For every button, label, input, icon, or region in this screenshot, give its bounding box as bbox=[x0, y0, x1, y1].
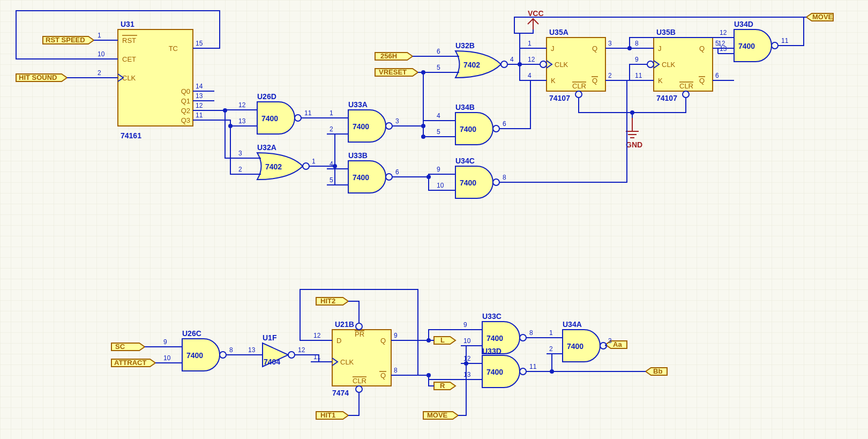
svg-text:Q0: Q0 bbox=[181, 87, 190, 95]
svg-text:74107: 74107 bbox=[656, 94, 677, 102]
svg-text:U1F: U1F bbox=[263, 333, 277, 342]
svg-text:9: 9 bbox=[437, 166, 440, 173]
port-sc: SC bbox=[111, 343, 145, 351]
svg-text:5: 5 bbox=[437, 128, 440, 136]
svg-text:HIT SOUND: HIT SOUND bbox=[19, 73, 57, 81]
svg-text:11: 11 bbox=[781, 37, 789, 44]
svg-text:1: 1 bbox=[549, 329, 553, 337]
port-rst-speed: RST SPEED bbox=[43, 36, 94, 44]
svg-text:CLR: CLR bbox=[572, 82, 586, 90]
svg-text:MOVE: MOVE bbox=[812, 13, 833, 21]
svg-text:CLK: CLK bbox=[555, 61, 568, 69]
svg-point-184 bbox=[220, 352, 226, 358]
svg-text:10: 10 bbox=[437, 182, 444, 189]
svg-text:CLR: CLR bbox=[679, 82, 693, 90]
port-hit-sound: HIT SOUND bbox=[16, 73, 67, 81]
svg-text:Q: Q bbox=[592, 77, 597, 85]
svg-text:CLK: CLK bbox=[122, 74, 136, 82]
svg-point-253 bbox=[464, 361, 468, 366]
svg-text:2: 2 bbox=[238, 166, 242, 173]
port-move: MOVE bbox=[806, 13, 833, 21]
svg-point-138 bbox=[683, 91, 689, 98]
svg-point-114 bbox=[575, 91, 582, 98]
svg-text:12: 12 bbox=[463, 355, 471, 362]
svg-point-172 bbox=[630, 110, 634, 115]
svg-text:HIT2: HIT2 bbox=[320, 297, 335, 305]
svg-point-140 bbox=[772, 42, 778, 49]
svg-text:9: 9 bbox=[463, 321, 467, 329]
svg-text:1: 1 bbox=[528, 40, 532, 47]
svg-text:8: 8 bbox=[503, 174, 506, 181]
port-vreset: VRESET bbox=[375, 68, 418, 76]
svg-text:U34B: U34B bbox=[455, 103, 475, 111]
svg-text:Q: Q bbox=[592, 44, 597, 53]
svg-point-162 bbox=[223, 108, 227, 113]
svg-text:Q: Q bbox=[699, 44, 705, 53]
svg-text:8: 8 bbox=[394, 367, 398, 374]
svg-text:12: 12 bbox=[238, 101, 246, 109]
svg-text:U35B: U35B bbox=[656, 28, 676, 36]
svg-text:1: 1 bbox=[98, 32, 101, 39]
svg-text:ATTRACT: ATTRACT bbox=[114, 359, 146, 367]
svg-text:Q3: Q3 bbox=[181, 116, 190, 124]
svg-text:8: 8 bbox=[635, 40, 639, 47]
svg-text:L: L bbox=[440, 336, 445, 344]
svg-text:J: J bbox=[658, 44, 662, 53]
svg-text:PR: PR bbox=[355, 330, 364, 338]
svg-text:SC: SC bbox=[115, 343, 125, 351]
svg-text:7402: 7402 bbox=[265, 162, 282, 171]
svg-text:4: 4 bbox=[510, 56, 514, 63]
svg-text:K: K bbox=[551, 77, 556, 85]
svg-text:U35A: U35A bbox=[549, 28, 568, 36]
svg-text:Q2: Q2 bbox=[181, 107, 190, 115]
svg-text:11: 11 bbox=[529, 363, 537, 370]
svg-text:U33A: U33A bbox=[348, 100, 368, 109]
svg-text:U26D: U26D bbox=[257, 92, 276, 101]
svg-text:CLR: CLR bbox=[353, 377, 366, 385]
port-move2: MOVE bbox=[423, 411, 458, 419]
svg-text:13: 13 bbox=[196, 92, 203, 100]
svg-point-56 bbox=[386, 174, 392, 180]
svg-text:256H: 256H bbox=[380, 52, 397, 60]
svg-text:74107: 74107 bbox=[549, 94, 570, 102]
svg-point-163 bbox=[228, 124, 233, 128]
svg-point-83 bbox=[493, 179, 499, 185]
svg-text:GND: GND bbox=[626, 140, 642, 149]
svg-text:12: 12 bbox=[298, 346, 305, 354]
svg-point-29 bbox=[295, 115, 301, 121]
svg-text:7400: 7400 bbox=[460, 125, 476, 133]
svg-text:TC: TC bbox=[169, 44, 178, 53]
svg-text:U33B: U33B bbox=[348, 151, 368, 160]
svg-text:11: 11 bbox=[635, 72, 642, 79]
port-256h: 256H bbox=[375, 52, 413, 60]
svg-text:U32A: U32A bbox=[257, 143, 276, 152]
svg-text:6: 6 bbox=[715, 72, 719, 79]
svg-text:HIT1: HIT1 bbox=[320, 411, 335, 419]
svg-text:U31: U31 bbox=[121, 20, 134, 28]
svg-point-167 bbox=[421, 135, 425, 139]
svg-point-166 bbox=[421, 70, 425, 75]
svg-point-218 bbox=[356, 323, 362, 330]
svg-text:1: 1 bbox=[312, 158, 316, 165]
svg-point-169 bbox=[518, 62, 522, 66]
svg-text:12: 12 bbox=[313, 332, 321, 339]
svg-text:11: 11 bbox=[304, 109, 312, 117]
svg-text:10: 10 bbox=[463, 337, 471, 345]
svg-text:12: 12 bbox=[720, 29, 727, 36]
svg-text:4: 4 bbox=[528, 72, 532, 79]
svg-text:Aa: Aa bbox=[613, 340, 622, 348]
svg-text:4: 4 bbox=[437, 112, 440, 120]
svg-text:7400: 7400 bbox=[261, 114, 278, 123]
port-hit2: HIT2 bbox=[316, 297, 348, 305]
svg-point-251 bbox=[426, 338, 431, 343]
svg-text:Bb: Bb bbox=[653, 367, 662, 375]
svg-text:U34C: U34C bbox=[455, 157, 475, 165]
svg-text:CLK: CLK bbox=[340, 358, 354, 366]
svg-text:MOVE: MOVE bbox=[427, 411, 448, 419]
svg-point-164 bbox=[333, 164, 337, 168]
svg-text:15: 15 bbox=[196, 40, 203, 47]
svg-text:7400: 7400 bbox=[186, 351, 203, 360]
svg-text:3: 3 bbox=[608, 337, 612, 345]
svg-text:Q: Q bbox=[380, 371, 386, 380]
svg-text:CLK: CLK bbox=[662, 61, 676, 69]
